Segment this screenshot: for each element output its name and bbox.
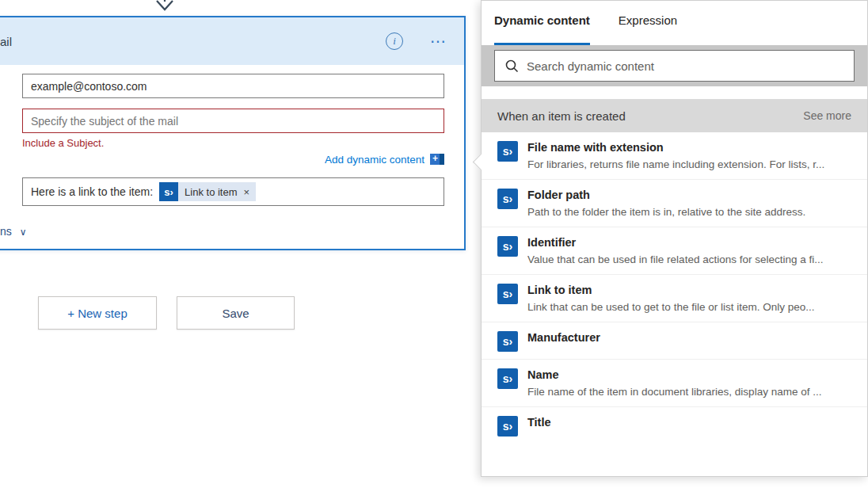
body-field[interactable]: Here is a link to the item: s› Link to i… — [22, 177, 444, 206]
sharepoint-icon: s› — [497, 141, 518, 162]
sharepoint-icon: s› — [159, 182, 178, 201]
dynamic-content-list: s› File name with extension For librarie… — [482, 132, 867, 444]
item-description: Value that can be used in file related a… — [527, 252, 823, 267]
list-item-folder-path[interactable]: s› Folder path Path to the folder the it… — [482, 180, 867, 227]
search-band — [482, 45, 867, 86]
item-name: Manufacturer — [527, 330, 600, 345]
action-card-header[interactable]: ail i ⋯ — [0, 17, 464, 65]
list-item-manufacturer[interactable]: s› Manufacturer — [482, 322, 867, 360]
token-label: Link to item — [185, 186, 237, 198]
action-card-body: Include a Subject. Add dynamic content +… — [0, 65, 464, 206]
item-name: File name with extension — [527, 139, 824, 155]
list-item-file-name-with-extension[interactable]: s› File name with extension For librarie… — [482, 132, 867, 180]
link-to-item-token[interactable]: s› Link to item × — [159, 182, 256, 201]
item-name: Folder path — [527, 187, 805, 203]
insert-step-arrow-icon[interactable] — [155, 0, 174, 13]
save-button[interactable]: Save — [177, 296, 295, 330]
item-description: Link that can be used to get to the file… — [527, 299, 814, 315]
add-dynamic-content-button[interactable]: Add dynamic content + — [22, 151, 444, 167]
chevron-down-icon: ∨ — [20, 227, 27, 238]
add-dynamic-content-icon: + — [430, 154, 444, 165]
power-automate-designer: ail i ⋯ Include a Subject. Add dynamic c… — [0, 0, 868, 488]
sharepoint-icon: s› — [497, 189, 518, 209]
item-description: For libraries, returns file name includi… — [527, 157, 824, 172]
to-field[interactable] — [22, 74, 444, 98]
item-name: Identifier — [527, 234, 823, 250]
see-more-link[interactable]: See more — [803, 109, 851, 122]
sharepoint-icon: s› — [497, 416, 518, 437]
subject-field[interactable] — [22, 109, 444, 133]
item-description: Path to the folder the item is in, relat… — [527, 204, 805, 219]
item-description: File name of the item in document librar… — [527, 384, 821, 399]
tab-dynamic-content[interactable]: Dynamic content — [494, 13, 590, 45]
panel-tabs: Dynamic content Expression — [482, 1, 867, 45]
advanced-options-label: ns — [0, 225, 12, 238]
tab-expression[interactable]: Expression — [619, 13, 677, 45]
item-name: Name — [527, 367, 821, 383]
dynamic-content-panel: Dynamic content Expression When an item … — [481, 0, 868, 477]
sharepoint-icon: s› — [497, 284, 518, 304]
sharepoint-icon: s› — [497, 236, 518, 257]
add-dynamic-content-label: Add dynamic content — [325, 154, 424, 166]
action-card-title: ail — [0, 35, 12, 48]
body-field-text: Here is a link to the item: — [31, 185, 153, 198]
list-item-link-to-item[interactable]: s› Link to item Link that can be used to… — [482, 275, 867, 322]
show-advanced-options-link[interactable]: ns ∨ — [0, 225, 26, 238]
sharepoint-icon: s› — [497, 331, 518, 352]
subject-error-text: Include a Subject. — [22, 137, 444, 149]
item-name: Link to item — [527, 282, 814, 298]
search-icon — [504, 59, 519, 73]
section-title: When an item is created — [497, 109, 626, 123]
list-item-name[interactable]: s› Name File name of the item in documen… — [482, 360, 867, 407]
new-step-button[interactable]: + New step — [38, 296, 157, 330]
search-input[interactable] — [527, 59, 844, 73]
info-icon[interactable]: i — [386, 32, 403, 50]
designer-actions: + New step Save — [38, 296, 295, 330]
send-email-action-card[interactable]: ail i ⋯ Include a Subject. Add dynamic c… — [0, 16, 466, 250]
sharepoint-icon: s› — [497, 368, 518, 389]
list-item-title[interactable]: s› Title — [482, 407, 867, 444]
list-item-identifier[interactable]: s› Identifier Value that can be used in … — [482, 227, 867, 275]
section-header: When an item is created See more — [482, 99, 867, 132]
more-menu-icon[interactable]: ⋯ — [430, 37, 447, 45]
search-box[interactable] — [494, 50, 855, 82]
remove-token-icon[interactable]: × — [244, 186, 250, 198]
item-name: Title — [527, 414, 551, 430]
